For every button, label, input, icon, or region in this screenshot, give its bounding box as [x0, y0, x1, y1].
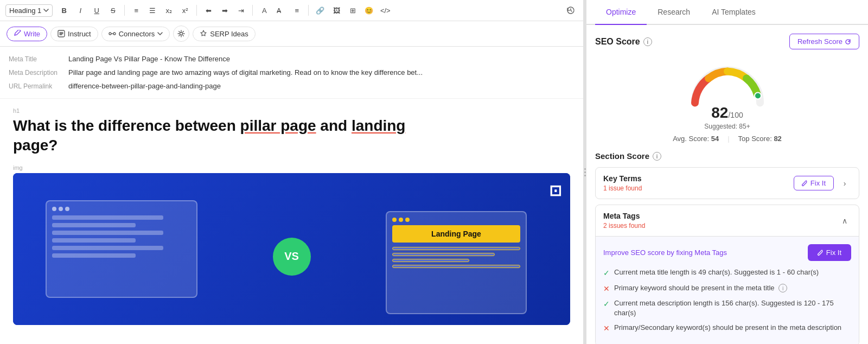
align-center-button[interactable]: ≡ [290, 3, 304, 17]
top-score[interactable]: Top Score: 82 [738, 135, 782, 143]
check-icon-2: ✓ [603, 299, 610, 310]
avg-score-label: Avg. Score: [673, 135, 709, 143]
check-text-0: Current meta title length is 49 char(s).… [614, 267, 819, 277]
dot-3 [65, 207, 69, 211]
connectors-label: Connectors [119, 30, 155, 38]
landing-keyword: landing [352, 117, 406, 134]
ydot-3 [405, 218, 410, 222]
cross-icon-3: ✕ [603, 323, 610, 334]
keyword-info-icon[interactable]: i [778, 284, 787, 292]
gauge-container: 82/100 Suggested: 85+ Avg. Score: 54 | T… [595, 58, 859, 143]
unordered-list-button[interactable]: ☰ [145, 3, 159, 17]
settings-button[interactable] [173, 26, 189, 42]
seo-score-header: SEO Score i Refresh Score [595, 34, 859, 49]
refresh-score-label: Refresh Score [797, 37, 843, 46]
main-toolbar: Heading 1 B I U S ≡ ☰ x₂ x² ⬅ ➡ ⇥ A A̶ ≡… [0, 0, 583, 21]
meta-description-label: Meta Description [9, 68, 68, 77]
yellow-dots [392, 218, 520, 222]
table-button[interactable]: ⊞ [346, 3, 360, 17]
check-item-2: ✓ Current meta description length is 156… [603, 298, 851, 318]
align-left-button[interactable]: ⬅ [201, 3, 215, 17]
yline-2 [392, 253, 495, 256]
cross-icon-1: ✕ [603, 284, 610, 295]
check-icon-0: ✓ [603, 268, 610, 279]
write-icon [14, 30, 21, 37]
meta-tags-expanded: Improve SEO score by fixing Meta Tags Fi… [596, 236, 859, 344]
key-terms-expand-button[interactable]: › [838, 177, 851, 190]
heading-select[interactable]: Heading 1 [5, 4, 53, 17]
indent-button[interactable]: ⇥ [234, 3, 248, 17]
key-terms-name: Key Terms [603, 174, 642, 183]
subscript-button[interactable]: x₂ [162, 3, 176, 17]
align-right-button[interactable]: ➡ [218, 3, 232, 17]
svg-point-2 [109, 33, 111, 35]
link-button[interactable]: 🔗 [313, 3, 327, 17]
seo-score-info-icon[interactable]: i [643, 37, 652, 46]
img-label: img [13, 164, 570, 171]
image-button[interactable]: 🖼 [329, 3, 343, 17]
meta-url-value[interactable]: difference-between-pillar-page-and-landi… [68, 82, 575, 90]
line-6 [52, 253, 136, 258]
italic-button[interactable]: I [73, 3, 87, 17]
write-button[interactable]: Write [7, 27, 47, 41]
meta-tags-right: ∧ [838, 214, 851, 227]
history-button[interactable] [564, 3, 578, 17]
section-score-header: Section Score i [595, 151, 859, 161]
key-terms-section: Key Terms 1 issue found Fix It › [595, 167, 859, 199]
clear-format-button[interactable]: A̶ [273, 3, 288, 17]
divider-1 [124, 5, 125, 16]
yline-4 [392, 265, 520, 268]
sub-toolbar: Write Instruct Connectors [0, 21, 583, 47]
serp-ideas-button[interactable]: SERP Ideas [193, 27, 256, 41]
divider-4 [308, 5, 309, 16]
heading-select-label: Heading 1 [9, 7, 41, 15]
section-score-info-icon[interactable]: i [653, 152, 661, 161]
meta-description-value[interactable]: Pillar page and landing page are two ama… [68, 68, 575, 77]
browser-dots-left [52, 207, 191, 211]
tab-research[interactable]: Research [647, 0, 701, 25]
connectors-button[interactable]: Connectors [101, 27, 170, 41]
chevron-down-icon [43, 9, 49, 12]
emoji-button[interactable]: 😊 [362, 3, 376, 17]
tab-ai-templates-label: AI Templates [712, 8, 756, 16]
wrench-icon-2 [818, 250, 824, 256]
check-item-0: ✓ Current meta title length is 49 char(s… [603, 267, 851, 279]
superscript-button[interactable]: x² [178, 3, 192, 17]
key-terms-fix-it-button[interactable]: Fix It [794, 176, 834, 190]
seo-score-title: SEO Score i [595, 37, 652, 47]
instruct-button[interactable]: Instruct [50, 27, 98, 41]
meta-improve-text: Improve SEO score by fixing Meta Tags [603, 249, 727, 257]
dot-2 [59, 207, 63, 211]
meta-tags-collapse-button[interactable]: ∧ [838, 214, 851, 227]
key-terms-row: Key Terms 1 issue found Fix It › [596, 168, 859, 199]
bold-button[interactable]: B [57, 3, 71, 17]
line-3 [52, 231, 163, 235]
dot-1 [52, 207, 56, 211]
cross-item-1: ✕ Primary keyword should be present in t… [603, 283, 851, 295]
article-title[interactable]: What is the difference between pillar pa… [13, 116, 570, 156]
font-color-button[interactable]: A [257, 3, 271, 17]
meta-tags-fix-it-button[interactable]: Fix It [808, 244, 851, 261]
image-mock: Landing Page VS ⊡ [13, 173, 570, 325]
refresh-score-button[interactable]: Refresh Score [789, 34, 859, 49]
gauge-svg [684, 58, 771, 110]
landing-page-banner: Landing Page [392, 225, 520, 243]
key-terms-left: Key Terms 1 issue found [603, 174, 642, 192]
gear-icon [177, 30, 185, 37]
strikethrough-button[interactable]: S [106, 3, 120, 17]
tab-ai-templates[interactable]: AI Templates [701, 0, 767, 25]
cross-item-3: ✕ Primary/Secondary keyword(s) should be… [603, 323, 851, 334]
gauge-number: 82 [711, 104, 728, 121]
content-area[interactable]: h1 What is the difference between pillar… [0, 99, 583, 344]
h1-label: h1 [13, 107, 570, 114]
code-button[interactable]: </> [378, 3, 392, 17]
yline-1 [392, 247, 520, 250]
tab-optimize[interactable]: Optimize [595, 0, 647, 25]
browser-mock-left [46, 200, 197, 298]
meta-title-value[interactable]: Landing Page Vs Pillar Page - Know The D… [68, 55, 575, 63]
avg-score[interactable]: Avg. Score: 54 [673, 135, 719, 143]
cross-text-3: Primary/Secondary keyword(s) should be p… [614, 323, 841, 333]
underline-button[interactable]: U [90, 3, 104, 17]
ordered-list-button[interactable]: ≡ [129, 3, 143, 17]
history-icon [566, 5, 576, 15]
